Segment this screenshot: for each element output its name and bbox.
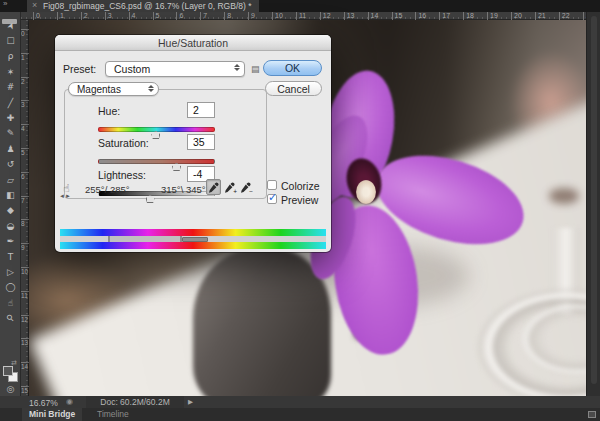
- hue-slider[interactable]: [98, 127, 215, 132]
- ruler-number: 5: [153, 12, 160, 20]
- ruler-number: 13: [21, 338, 29, 346]
- plus-mod: +: [233, 189, 237, 195]
- ruler-number: 9: [21, 243, 29, 251]
- ruler-number: 6: [176, 12, 183, 20]
- blur-tool-icon: ◆: [7, 205, 14, 215]
- ruler-number: 14: [21, 362, 29, 370]
- status-badge-icon: ◉: [66, 397, 73, 406]
- preview-checkbox[interactable]: ✓: [267, 194, 277, 204]
- move-tool-icon: ➤: [4, 20, 16, 31]
- cancel-button[interactable]: Cancel: [265, 81, 322, 96]
- document-tab-title: Fig08_rgbimage_CS6.psd @ 16.7% (Layer 0,…: [43, 1, 251, 11]
- dodge-tool[interactable]: ◒: [0, 218, 21, 233]
- quick-mask-button[interactable]: ◎: [0, 384, 21, 394]
- ruler-number: 21: [535, 12, 546, 20]
- ruler-number: 8: [224, 12, 231, 20]
- gradient-tool[interactable]: ◧: [0, 187, 21, 202]
- blur-tool[interactable]: ◆: [0, 203, 21, 218]
- healing-brush-tool[interactable]: ✚: [0, 110, 21, 125]
- photo-glass-detail: [549, 188, 579, 204]
- preset-value: Custom: [114, 62, 150, 77]
- ruler-number: 17: [439, 12, 450, 20]
- ruler-number: 7: [200, 12, 207, 20]
- range-readout-left: 255°/ 285°: [85, 184, 130, 195]
- stepper-arrows-icon: [234, 64, 240, 71]
- preview-checkmark: ✓: [268, 191, 277, 204]
- tab-close-icon[interactable]: ×: [32, 0, 37, 11]
- saturation-label: Saturation:: [98, 137, 149, 149]
- healing-brush-tool-icon: ✚: [7, 113, 15, 123]
- status-bar: 16.67% ◉ Doc: 60.2M/60.2M ▶: [0, 396, 600, 408]
- ruler-number: 3: [21, 100, 29, 108]
- eyedropper-tool[interactable]: ╱: [0, 95, 21, 110]
- eyedropper-add-button[interactable]: +: [222, 179, 237, 195]
- ruler-number: 4: [21, 124, 29, 132]
- document-size-readout[interactable]: Doc: 60.2M/60.2M: [86, 396, 184, 408]
- ruler-number: 12: [21, 315, 29, 323]
- ruler-number: 19: [487, 12, 498, 20]
- clone-stamp-tool-icon: ♟: [6, 144, 14, 154]
- type-tool-icon: T: [8, 252, 14, 262]
- ruler-number: 22: [559, 12, 570, 20]
- ruler-number: 14: [368, 12, 379, 20]
- channel-dropdown[interactable]: Magentas: [68, 82, 159, 96]
- vertical-scrollbar[interactable]: [591, 16, 597, 384]
- preset-dropdown[interactable]: Custom: [105, 61, 245, 77]
- panel-collapse-icon[interactable]: »: [3, 0, 7, 9]
- hand-tool[interactable]: ☝: [0, 295, 21, 310]
- ruler-number: 2: [81, 12, 88, 20]
- ruler-number: 1: [21, 53, 29, 61]
- hue-range-selection[interactable]: [182, 237, 208, 242]
- hand-tool-icon: ☝: [8, 298, 13, 308]
- ruler-number: 8: [21, 219, 29, 227]
- ruler-number: 3: [105, 12, 112, 20]
- panel-options-icon[interactable]: [588, 411, 596, 418]
- document-tab-bar: » × Fig08_rgbimage_CS6.psd @ 16.7% (Laye…: [0, 0, 600, 12]
- ruler-number: 20: [511, 12, 522, 20]
- stepper-arrows-icon: [148, 85, 154, 92]
- marquee-tool[interactable]: ☐: [0, 33, 21, 48]
- tab-timeline[interactable]: Timeline: [90, 408, 136, 421]
- path-selection-tool[interactable]: ▷: [0, 264, 21, 279]
- ruler-number: 16: [415, 12, 426, 20]
- lasso-tool[interactable]: ρ: [0, 49, 21, 64]
- channel-value: Magentas: [77, 83, 121, 96]
- move-tool[interactable]: ➤: [0, 18, 21, 33]
- zoom-tool[interactable]: ⚲: [0, 310, 21, 325]
- clone-stamp-tool[interactable]: ♟: [0, 141, 21, 156]
- pen-tool[interactable]: ✒: [0, 233, 21, 248]
- ruler-number: 6: [21, 172, 29, 180]
- ruler-number: 0: [21, 29, 29, 37]
- saturation-value-field[interactable]: 35: [187, 134, 215, 150]
- shape-tool[interactable]: ◯: [0, 280, 21, 295]
- ok-button[interactable]: OK: [263, 60, 322, 76]
- horizontal-ruler: 01234567891011121314151617181920212223: [21, 12, 600, 20]
- crop-tool[interactable]: #: [0, 80, 21, 95]
- ruler-number: 15: [21, 386, 29, 394]
- preset-options-icon[interactable]: ▤: [251, 64, 260, 74]
- spectrum-bars: [60, 229, 326, 249]
- ruler-number: 5: [21, 148, 29, 156]
- tab-mini-bridge[interactable]: Mini Bridge: [22, 408, 82, 421]
- eyedropper-subtract-button[interactable]: −: [238, 179, 253, 195]
- status-menu-arrow-icon[interactable]: ▶: [188, 398, 193, 406]
- ruler-number: 2: [21, 77, 29, 85]
- foreground-color-swatch[interactable]: [3, 366, 13, 376]
- hue-value-field[interactable]: 2: [187, 102, 215, 118]
- vertical-ruler: 0123456789101112131415: [21, 20, 29, 396]
- gradient-tool-icon: ◧: [6, 190, 15, 200]
- zoom-level-field[interactable]: 16.67%: [29, 398, 58, 408]
- colorize-checkbox[interactable]: [267, 180, 277, 190]
- document-tab[interactable]: × Fig08_rgbimage_CS6.psd @ 16.7% (Layer …: [27, 0, 259, 12]
- eyedropper-button[interactable]: [206, 179, 221, 195]
- type-tool[interactable]: T: [0, 249, 21, 264]
- magic-wand-tool[interactable]: ✶: [0, 64, 21, 79]
- brush-tool-icon: ✎: [7, 128, 15, 138]
- ruler-number: 0: [33, 12, 40, 20]
- history-brush-tool[interactable]: ↺: [0, 157, 21, 172]
- brush-tool[interactable]: ✎: [0, 126, 21, 141]
- eraser-tool[interactable]: ▱: [0, 172, 21, 187]
- minus-mod: −: [249, 189, 253, 195]
- eyedropper-tool-icon: ╱: [8, 98, 13, 108]
- saturation-slider[interactable]: [98, 159, 215, 164]
